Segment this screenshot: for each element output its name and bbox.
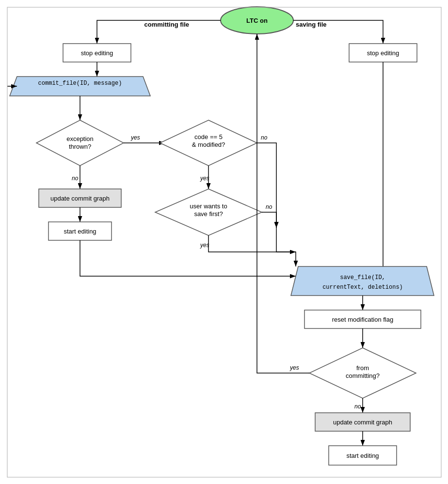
user-no-arrow [262, 212, 276, 228]
from-no-label: no [354, 403, 361, 410]
from-committing-label2: committing? [346, 372, 380, 379]
update-commit-left-label: update commit graph [50, 195, 110, 202]
user-yes-arrow [208, 235, 296, 266]
user-save-label1: user wants to [190, 203, 227, 210]
flowchart-diagram: LTC on committing file stop editing comm… [0, 0, 448, 484]
user-yes-label: yes [200, 242, 209, 249]
stop-editing-left-label: stop editing [81, 49, 113, 57]
commit-file-label: commit_file(ID, message) [38, 80, 122, 87]
save-file-label2: currentText, deletions) [322, 284, 403, 291]
from-committing-label1: from [356, 364, 369, 372]
code-modified-label2: & modified? [192, 141, 225, 148]
exception-thrown-label2: thrown? [69, 143, 91, 150]
committing-file-label: committing file [144, 21, 189, 28]
from-yes-arrow [257, 34, 309, 373]
code-no-label: no [261, 134, 268, 141]
no-to-save-connector [276, 228, 296, 252]
code-modified-label1: code == 5 [194, 133, 223, 141]
exception-thrown-label1: exception [66, 135, 94, 142]
start-editing-right-label: start editing [346, 452, 379, 459]
code-no-arrow [257, 143, 276, 228]
code-yes-label: yes [200, 175, 209, 182]
save-file-box [291, 266, 434, 296]
reset-mod-label: reset modification flag [332, 316, 393, 323]
user-save-label2: save first? [194, 210, 223, 218]
user-no-label: no [266, 203, 272, 210]
stop-right-to-save-arrow [373, 62, 383, 276]
saving-file-label: saving file [296, 21, 327, 28]
ltc-on-label: LTC on [246, 17, 268, 24]
start-editing-left-label: start editing [64, 228, 96, 235]
start-left-to-save-arrow [80, 240, 296, 276]
save-file-label1: save_file(ID, [340, 274, 385, 281]
update-commit-right-label: update commit graph [333, 419, 392, 426]
exception-no-label: no [72, 175, 79, 182]
exception-yes-label: yes [130, 134, 140, 141]
from-yes-label: yes [289, 364, 299, 371]
stop-editing-right-label: stop editing [367, 49, 400, 57]
